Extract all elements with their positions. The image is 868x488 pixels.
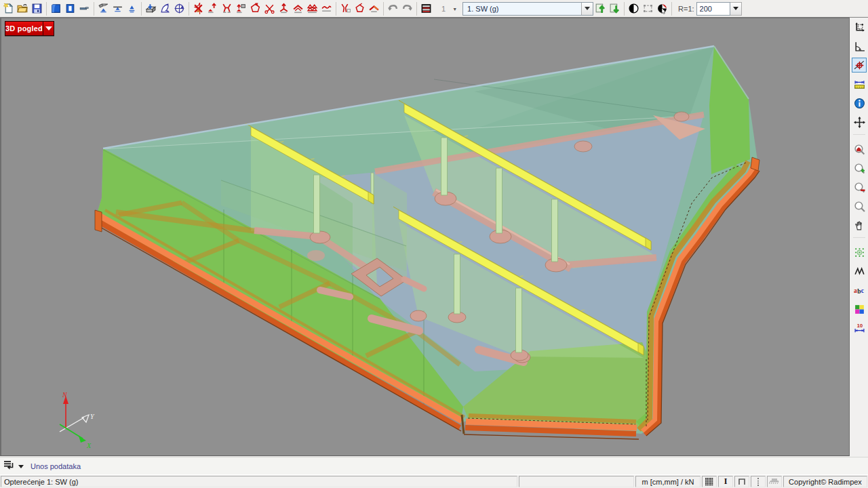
palette-icon[interactable] bbox=[852, 302, 867, 317]
status-toggle-buttons: I bbox=[701, 475, 783, 488]
prev-case-icon[interactable] bbox=[593, 1, 608, 16]
load-case-combo-value: 1. SW (g) bbox=[463, 5, 581, 13]
move-up-box-icon[interactable] bbox=[234, 1, 248, 16]
status-copyright: Copyright© Radimpex bbox=[783, 476, 867, 487]
load-table-icon[interactable] bbox=[419, 1, 433, 16]
node-numbering-icon[interactable] bbox=[751, 476, 766, 487]
load-case-combo[interactable]: 1. SW (g) bbox=[462, 2, 593, 16]
status-aux bbox=[519, 476, 634, 487]
wave-icon[interactable] bbox=[319, 1, 334, 16]
pentagon-flag-icon[interactable] bbox=[248, 1, 262, 16]
windmill-delete-icon[interactable] bbox=[191, 1, 205, 16]
dimension-10-icon[interactable]: 10 bbox=[852, 321, 867, 336]
view-tab-label: 3D pogled bbox=[5, 22, 43, 35]
toolbar-separator bbox=[416, 2, 417, 16]
open-folder-icon[interactable] bbox=[16, 1, 30, 16]
svg-text:a: a bbox=[854, 286, 857, 293]
toolbar-separator bbox=[383, 2, 384, 16]
plate-icon[interactable] bbox=[49, 1, 63, 16]
svg-text:10: 10 bbox=[856, 323, 862, 329]
toolbar-separator bbox=[671, 2, 672, 16]
support-point-icon[interactable] bbox=[125, 1, 139, 16]
command-bar: Unos podataka bbox=[0, 457, 868, 474]
capital-i-glyph: I bbox=[724, 476, 728, 487]
scale-dropdown[interactable] bbox=[730, 2, 742, 16]
view-tab-dropdown[interactable] bbox=[43, 22, 54, 35]
angle-icon[interactable] bbox=[852, 39, 867, 54]
house-roof-icon[interactable] bbox=[291, 1, 305, 16]
redo-icon[interactable] bbox=[400, 1, 414, 16]
scene-3d-model: NYX bbox=[1, 18, 849, 455]
command-dropdown-icon[interactable] bbox=[18, 465, 24, 471]
status-load-case: Opterećenje 1: SW (g) bbox=[1, 476, 517, 487]
scissors-icon[interactable] bbox=[262, 1, 277, 16]
command-bar-label: Unos podataka bbox=[31, 462, 81, 470]
svg-text:c: c bbox=[861, 286, 863, 293]
zoom-out-icon[interactable] bbox=[852, 180, 867, 195]
scale-input[interactable] bbox=[696, 2, 730, 16]
command-history-icon[interactable] bbox=[4, 460, 16, 472]
status-units[interactable]: m [cm,mm] / kN bbox=[635, 476, 701, 487]
sidebar-separator bbox=[853, 237, 865, 243]
load-case-number[interactable]: 1▼ bbox=[435, 5, 461, 13]
scale-label: R=1: bbox=[678, 5, 694, 13]
fork-box-icon[interactable] bbox=[338, 1, 353, 16]
trees-icon[interactable] bbox=[305, 1, 319, 16]
pentagon-small-icon[interactable] bbox=[353, 1, 367, 16]
right-toolbar: abc10 bbox=[850, 18, 868, 456]
beam-icon[interactable] bbox=[77, 1, 92, 16]
frame-toggle-icon[interactable] bbox=[734, 476, 749, 487]
red-fork-icon[interactable] bbox=[220, 1, 234, 16]
toolbar-separator bbox=[46, 2, 47, 16]
load-case-combo-dropdown[interactable] bbox=[581, 3, 593, 15]
zoom-window-icon[interactable] bbox=[852, 199, 867, 214]
target-crosshair-icon[interactable] bbox=[852, 58, 867, 73]
polyline-icon[interactable] bbox=[852, 264, 867, 279]
view-tab-3d-pogled[interactable]: 3D pogled bbox=[5, 21, 54, 36]
roof-icon[interactable] bbox=[367, 1, 381, 16]
mesh-toggle-icon[interactable] bbox=[702, 476, 717, 487]
contrast-icon[interactable] bbox=[627, 1, 641, 16]
dimension-ruler-icon[interactable] bbox=[852, 77, 867, 92]
toolbar-separator bbox=[336, 2, 336, 16]
load-case-number-value: 1 bbox=[435, 5, 451, 13]
import-level-icon[interactable] bbox=[144, 1, 158, 16]
toolbar-separator bbox=[189, 2, 189, 16]
move-up-small-icon[interactable] bbox=[205, 1, 220, 16]
move-arrows-icon[interactable] bbox=[852, 115, 867, 129]
beam-numbering-icon[interactable]: I bbox=[718, 476, 733, 487]
pan-hand-icon[interactable] bbox=[852, 218, 867, 232]
surface-icon[interactable] bbox=[158, 1, 172, 16]
svg-text:N: N bbox=[62, 391, 68, 399]
wall-icon[interactable] bbox=[63, 1, 77, 16]
toolbar-separator bbox=[94, 2, 94, 16]
text-abc-icon[interactable]: abc bbox=[852, 283, 867, 298]
zoom-in-icon[interactable] bbox=[852, 161, 867, 176]
save-icon[interactable] bbox=[30, 1, 44, 16]
main-toolbar: 1▼1. SW (g)R=1: bbox=[0, 0, 868, 18]
status-bar: Opterećenje 1: SW (g) m [cm,mm] / kN I C… bbox=[0, 474, 868, 488]
support-line-icon[interactable] bbox=[111, 1, 125, 16]
support-plate-icon[interactable] bbox=[96, 1, 111, 16]
orbit-icon[interactable] bbox=[655, 1, 669, 16]
svg-text:X: X bbox=[86, 442, 92, 449]
ucs-corner-icon[interactable] bbox=[852, 20, 867, 35]
undo-icon[interactable] bbox=[386, 1, 400, 16]
house-up-icon[interactable] bbox=[277, 1, 291, 16]
info-icon[interactable] bbox=[852, 96, 867, 110]
sidebar-separator bbox=[853, 134, 865, 140]
next-case-icon[interactable] bbox=[608, 1, 622, 16]
mesh-points-icon[interactable] bbox=[852, 245, 867, 260]
toolbar-separator bbox=[141, 2, 142, 16]
support-toggle-icon[interactable] bbox=[767, 476, 782, 487]
toolbar-separator bbox=[624, 2, 625, 16]
new-document-icon[interactable] bbox=[1, 1, 16, 16]
load-case-number-dropdown-icon[interactable]: ▼ bbox=[451, 5, 461, 12]
rotate-compass-icon[interactable] bbox=[172, 1, 186, 16]
zoom-home-icon[interactable] bbox=[852, 142, 867, 157]
selection-rect-icon[interactable] bbox=[641, 1, 655, 16]
viewport-3d[interactable]: NYX 3D pogled bbox=[0, 18, 850, 456]
